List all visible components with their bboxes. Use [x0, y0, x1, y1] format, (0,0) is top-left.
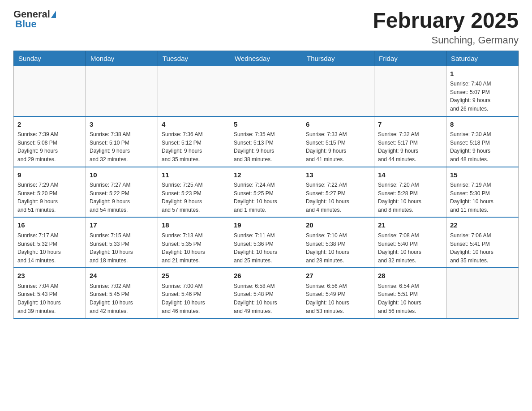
- calendar-cell: 14Sunrise: 7:20 AMSunset: 5:28 PMDayligh…: [374, 167, 446, 218]
- day-info: Sunrise: 7:02 AMSunset: 5:45 PMDaylight:…: [90, 282, 154, 315]
- header-friday: Friday: [374, 51, 446, 66]
- day-info: Sunrise: 7:04 AMSunset: 5:43 PMDaylight:…: [17, 282, 82, 315]
- day-info: Sunrise: 7:06 AMSunset: 5:41 PMDaylight:…: [450, 231, 515, 265]
- calendar-header: Sunday Monday Tuesday Wednesday Thursday…: [14, 51, 519, 66]
- day-info: Sunrise: 7:13 AMSunset: 5:35 PMDaylight:…: [162, 231, 226, 265]
- calendar-cell: [158, 66, 230, 116]
- day-info: Sunrise: 7:15 AMSunset: 5:33 PMDaylight:…: [90, 231, 154, 265]
- day-number: 9: [17, 170, 82, 180]
- calendar-cell: 11Sunrise: 7:25 AMSunset: 5:23 PMDayligh…: [158, 167, 230, 218]
- day-number: 27: [306, 271, 370, 281]
- header-sunday: Sunday: [14, 51, 86, 66]
- day-info: Sunrise: 6:54 AMSunset: 5:51 PMDaylight:…: [378, 282, 442, 315]
- day-info: Sunrise: 7:29 AMSunset: 5:20 PMDaylight:…: [17, 181, 82, 214]
- calendar-week-row: 23Sunrise: 7:04 AMSunset: 5:43 PMDayligh…: [14, 268, 519, 318]
- header-monday: Monday: [86, 51, 158, 66]
- calendar-cell: 22Sunrise: 7:06 AMSunset: 5:41 PMDayligh…: [446, 217, 519, 268]
- calendar-cell: [374, 66, 446, 116]
- day-number: 5: [234, 120, 298, 130]
- day-number: 15: [450, 170, 515, 180]
- calendar-week-row: 16Sunrise: 7:17 AMSunset: 5:32 PMDayligh…: [14, 217, 519, 268]
- day-number: 26: [234, 271, 298, 281]
- day-info: Sunrise: 7:38 AMSunset: 5:10 PMDaylight:…: [90, 130, 154, 163]
- calendar-cell: 21Sunrise: 7:08 AMSunset: 5:40 PMDayligh…: [374, 217, 446, 268]
- calendar-cell: 24Sunrise: 7:02 AMSunset: 5:45 PMDayligh…: [86, 268, 158, 318]
- day-number: 12: [234, 170, 298, 180]
- day-number: 18: [162, 220, 226, 231]
- day-number: 7: [378, 120, 442, 130]
- day-number: 22: [450, 220, 515, 231]
- header: General Blue February 2025 Sunching, Ger…: [13, 9, 519, 46]
- day-number: 4: [162, 120, 226, 130]
- day-number: 20: [306, 220, 370, 231]
- calendar-cell: 19Sunrise: 7:11 AMSunset: 5:36 PMDayligh…: [230, 217, 302, 268]
- calendar-cell: 9Sunrise: 7:29 AMSunset: 5:20 PMDaylight…: [14, 167, 86, 218]
- day-info: Sunrise: 7:27 AMSunset: 5:22 PMDaylight:…: [90, 181, 154, 214]
- calendar-cell: [446, 268, 519, 318]
- calendar-table: Sunday Monday Tuesday Wednesday Thursday…: [13, 51, 519, 319]
- header-tuesday: Tuesday: [158, 51, 230, 66]
- calendar-cell: 16Sunrise: 7:17 AMSunset: 5:32 PMDayligh…: [14, 217, 86, 268]
- day-number: 25: [162, 271, 226, 281]
- day-info: Sunrise: 7:30 AMSunset: 5:18 PMDaylight:…: [450, 130, 515, 163]
- calendar-cell: 20Sunrise: 7:10 AMSunset: 5:38 PMDayligh…: [302, 217, 374, 268]
- calendar-cell: 17Sunrise: 7:15 AMSunset: 5:33 PMDayligh…: [86, 217, 158, 268]
- day-number: 3: [90, 120, 154, 130]
- calendar-cell: [14, 66, 86, 116]
- calendar-cell: 13Sunrise: 7:22 AMSunset: 5:27 PMDayligh…: [302, 167, 374, 218]
- header-wednesday: Wednesday: [230, 51, 302, 66]
- day-info: Sunrise: 7:33 AMSunset: 5:15 PMDaylight:…: [306, 130, 370, 163]
- day-info: Sunrise: 7:24 AMSunset: 5:25 PMDaylight:…: [234, 181, 298, 214]
- header-thursday: Thursday: [302, 51, 374, 66]
- calendar-body: 1Sunrise: 7:40 AMSunset: 5:07 PMDaylight…: [14, 66, 519, 318]
- day-number: 8: [450, 120, 515, 130]
- calendar-week-row: 1Sunrise: 7:40 AMSunset: 5:07 PMDaylight…: [14, 66, 519, 116]
- page: General Blue February 2025 Sunching, Ger…: [0, 0, 532, 332]
- day-number: 13: [306, 170, 370, 180]
- calendar-cell: [230, 66, 302, 116]
- day-info: Sunrise: 7:35 AMSunset: 5:13 PMDaylight:…: [234, 130, 298, 163]
- day-number: 6: [306, 120, 370, 130]
- day-number: 1: [450, 69, 515, 79]
- day-info: Sunrise: 7:39 AMSunset: 5:08 PMDaylight:…: [17, 130, 82, 163]
- day-info: Sunrise: 7:00 AMSunset: 5:46 PMDaylight:…: [162, 282, 226, 315]
- calendar-cell: 27Sunrise: 6:56 AMSunset: 5:49 PMDayligh…: [302, 268, 374, 318]
- calendar-cell: 3Sunrise: 7:38 AMSunset: 5:10 PMDaylight…: [86, 116, 158, 167]
- location-subtitle: Sunching, Germany: [373, 34, 519, 46]
- day-info: Sunrise: 6:56 AMSunset: 5:49 PMDaylight:…: [306, 282, 370, 315]
- day-number: 10: [90, 170, 154, 180]
- calendar-cell: 1Sunrise: 7:40 AMSunset: 5:07 PMDaylight…: [446, 66, 519, 116]
- logo-text-blue: Blue: [15, 19, 37, 30]
- weekday-header-row: Sunday Monday Tuesday Wednesday Thursday…: [14, 51, 519, 66]
- calendar-cell: 28Sunrise: 6:54 AMSunset: 5:51 PMDayligh…: [374, 268, 446, 318]
- calendar-cell: 12Sunrise: 7:24 AMSunset: 5:25 PMDayligh…: [230, 167, 302, 218]
- day-info: Sunrise: 7:40 AMSunset: 5:07 PMDaylight:…: [450, 80, 515, 113]
- calendar-cell: 26Sunrise: 6:58 AMSunset: 5:48 PMDayligh…: [230, 268, 302, 318]
- calendar-cell: 15Sunrise: 7:19 AMSunset: 5:30 PMDayligh…: [446, 167, 519, 218]
- day-number: 17: [90, 220, 154, 231]
- day-info: Sunrise: 7:20 AMSunset: 5:28 PMDaylight:…: [378, 181, 442, 214]
- calendar-week-row: 9Sunrise: 7:29 AMSunset: 5:20 PMDaylight…: [14, 167, 519, 218]
- day-info: Sunrise: 7:11 AMSunset: 5:36 PMDaylight:…: [234, 231, 298, 265]
- day-info: Sunrise: 7:25 AMSunset: 5:23 PMDaylight:…: [162, 181, 226, 214]
- calendar-cell: 6Sunrise: 7:33 AMSunset: 5:15 PMDaylight…: [302, 116, 374, 167]
- day-info: Sunrise: 7:17 AMSunset: 5:32 PMDaylight:…: [17, 231, 82, 265]
- day-number: 11: [162, 170, 226, 180]
- calendar-cell: 5Sunrise: 7:35 AMSunset: 5:13 PMDaylight…: [230, 116, 302, 167]
- calendar-cell: 18Sunrise: 7:13 AMSunset: 5:35 PMDayligh…: [158, 217, 230, 268]
- calendar-week-row: 2Sunrise: 7:39 AMSunset: 5:08 PMDaylight…: [14, 116, 519, 167]
- day-number: 16: [17, 220, 82, 231]
- calendar-cell: 23Sunrise: 7:04 AMSunset: 5:43 PMDayligh…: [14, 268, 86, 318]
- day-number: 28: [378, 271, 442, 281]
- calendar-cell: 8Sunrise: 7:30 AMSunset: 5:18 PMDaylight…: [446, 116, 519, 167]
- calendar-cell: [302, 66, 374, 116]
- header-saturday: Saturday: [446, 51, 519, 66]
- calendar-cell: 2Sunrise: 7:39 AMSunset: 5:08 PMDaylight…: [14, 116, 86, 167]
- day-number: 24: [90, 271, 154, 281]
- day-number: 14: [378, 170, 442, 180]
- calendar-cell: [86, 66, 158, 116]
- logo: General Blue: [13, 9, 56, 30]
- page-title: February 2025: [373, 9, 519, 33]
- day-number: 2: [17, 120, 82, 130]
- calendar-cell: 10Sunrise: 7:27 AMSunset: 5:22 PMDayligh…: [86, 167, 158, 218]
